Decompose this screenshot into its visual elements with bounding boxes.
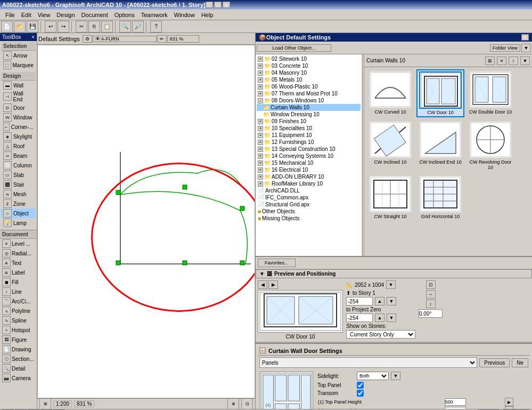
- tree-item-11[interactable]: + 📁 11 Equipment 10: [257, 132, 361, 139]
- next-view-btn[interactable]: ▶: [268, 280, 278, 289]
- elev1-down[interactable]: ▼: [387, 297, 396, 306]
- tree-item-02[interactable]: + 📁 02 Sitework 10: [257, 55, 361, 62]
- expand-06[interactable]: +: [258, 84, 263, 90]
- toolbox-figure[interactable]: 🖼 Figure: [0, 335, 37, 344]
- toolbox-drawing[interactable]: 📄 Drawing: [0, 344, 37, 354]
- toolbox-marquee[interactable]: ⬚ Marquee: [1, 60, 36, 70]
- toolbox-fill[interactable]: ◼ Fill: [0, 277, 37, 287]
- tree-item-window-dressing[interactable]: 📁 Window Dressing 10: [257, 111, 361, 118]
- filter-btn[interactable]: ▼: [520, 57, 530, 65]
- minimize-btn[interactable]: _: [206, 2, 213, 8]
- obj-grid-horizontal[interactable]: Grid Horizontal 10: [416, 174, 464, 221]
- elev2-up[interactable]: ▲: [375, 313, 384, 322]
- open-btn[interactable]: 📂: [14, 21, 26, 33]
- toolbox-slab[interactable]: ▭ Slab: [1, 170, 36, 180]
- previous-btn[interactable]: Previous: [479, 358, 510, 367]
- toolbox-section[interactable]: ⬡ Section...: [0, 354, 37, 364]
- top-panel-checkbox[interactable]: [357, 382, 364, 389]
- elevation1-input[interactable]: -254: [346, 297, 373, 306]
- menu-file[interactable]: File: [2, 10, 18, 20]
- obj-cw-straight[interactable]: CW Straight 10: [366, 174, 414, 221]
- tree-item-04[interactable]: + 📁 04 Masonry 10: [257, 69, 361, 76]
- browser-close-btn[interactable]: ×: [521, 34, 529, 41]
- toolbox-arrow[interactable]: ↖ Arrow: [1, 51, 36, 60]
- tree-item-roof[interactable]: + 📁 RoofMaker Library 10: [257, 180, 361, 187]
- tree-item-14[interactable]: + 📁 14 Conveying Systems 10: [257, 152, 361, 159]
- toolbox-wall-end[interactable]: ⊣ Wall End: [1, 90, 36, 103]
- prev-view-btn[interactable]: ◀: [258, 280, 267, 289]
- favorites-btn[interactable]: Favorites...: [258, 259, 296, 267]
- obj-cw-door[interactable]: CW Door 10: [416, 69, 464, 117]
- tree-item-addon[interactable]: + 📁 ADD-ON LIBRARY 10: [257, 173, 361, 180]
- anchor-topleft[interactable]: ⊡: [426, 280, 436, 289]
- toolbox-stair[interactable]: ⬛ Stair: [1, 180, 36, 189]
- obj-cw-inclined[interactable]: CW Inclined 10: [366, 119, 414, 172]
- help-btn[interactable]: ?: [150, 21, 162, 33]
- menu-edit[interactable]: Edit: [18, 10, 35, 20]
- angle-input[interactable]: [419, 309, 443, 318]
- redo-btn[interactable]: ↪: [58, 21, 69, 33]
- save-btn[interactable]: 💾: [27, 21, 38, 33]
- tree-item-ifc[interactable]: 📄 IFC_Common.apx: [257, 194, 361, 201]
- toolbox-arc[interactable]: ⌒ Arc/Ci...: [0, 296, 37, 306]
- th-expand[interactable]: ▶: [505, 406, 513, 409]
- toolbox-text[interactable]: A Text: [0, 258, 37, 268]
- load-other-btn[interactable]: Load Other Object...: [257, 44, 331, 52]
- transom-height-input[interactable]: [445, 407, 466, 409]
- toolbox-camera[interactable]: 📷 Camera: [0, 373, 37, 383]
- toolbox-column[interactable]: ⬜ Column: [1, 160, 36, 170]
- folder-view-btn[interactable]: Folder View: [490, 44, 520, 52]
- expand-03[interactable]: +: [258, 63, 263, 69]
- tree-item-other[interactable]: ■ Other Objects: [257, 208, 361, 215]
- view-toggle-btn[interactable]: ▼: [521, 44, 531, 52]
- sidelight-select[interactable]: Both Left Right None: [357, 372, 389, 380]
- dimensions-btn[interactable]: ▼: [386, 280, 396, 289]
- maximize-btn[interactable]: □: [214, 2, 222, 8]
- obj-cw-inclined-end[interactable]: CW Inclined End 10: [416, 119, 464, 172]
- toolbox-hotspot[interactable]: + Hotspot: [0, 325, 37, 335]
- toolbox-line[interactable]: / Line: [0, 287, 37, 296]
- tree-item-missing[interactable]: ■ Missing Objects: [257, 215, 361, 222]
- toolbox-object[interactable]: ○ Object: [1, 208, 36, 218]
- tree-item-16[interactable]: + 📁 16 Electrical 10: [257, 166, 361, 173]
- tree-item-structural[interactable]: 📄 Structural Grid.apx: [257, 201, 361, 208]
- toolbox-level[interactable]: ≡ Level ...: [0, 239, 37, 248]
- paste-btn[interactable]: 📋: [101, 21, 113, 33]
- tree-item-07[interactable]: + 📁 07 Therm and Moist Prot 10: [257, 90, 361, 97]
- undo-btn[interactable]: ↩: [45, 21, 56, 33]
- toolbox-polyline[interactable]: ⌅ Polyline: [0, 306, 37, 316]
- cut-btn[interactable]: ✂: [76, 21, 87, 33]
- expand-02[interactable]: +: [258, 57, 263, 62]
- toolbox-mesh[interactable]: ⩀ Mesh: [1, 189, 36, 199]
- tree-item-09[interactable]: + 📁 09 Finishes 10: [257, 118, 361, 125]
- panels-select[interactable]: Panels: [259, 357, 477, 368]
- grid-view-btn[interactable]: ⊞: [485, 57, 495, 65]
- obj-cw-double-door[interactable]: CW Double Door 10: [466, 69, 514, 117]
- expand-08[interactable]: -: [258, 98, 263, 103]
- list-view-btn[interactable]: ≡: [497, 57, 506, 65]
- transom-checkbox[interactable]: [357, 390, 364, 397]
- stories-select[interactable]: Current Story Only All Stories: [346, 330, 415, 339]
- menu-teamwork[interactable]: Teamwork: [138, 10, 171, 20]
- menu-document[interactable]: Document: [78, 10, 111, 20]
- toolbox-radial[interactable]: ◎ Radial...: [0, 248, 37, 258]
- toolbox-skylight[interactable]: ◈ Skylight: [1, 132, 36, 141]
- menu-view[interactable]: View: [35, 10, 54, 20]
- tree-item-curtain-walls[interactable]: 📁 Curtain Walls 10: [257, 104, 361, 111]
- zoom-display[interactable]: 831 %: [167, 35, 199, 43]
- toolbox-window[interactable]: W Window: [1, 112, 36, 122]
- settings-icon-btn[interactable]: ⚙: [83, 35, 92, 43]
- tree-item-13[interactable]: + 📁 13 Special Construction 10: [257, 146, 361, 152]
- toolbox-wall[interactable]: ▬ Wall: [1, 81, 36, 90]
- menu-window[interactable]: Window: [171, 10, 198, 20]
- toolbox-label[interactable]: Aᵢ Label: [0, 268, 37, 277]
- obj-cw-curved[interactable]: CW Curved 10: [366, 69, 414, 117]
- elevation2-input[interactable]: -254: [346, 313, 373, 322]
- toolbox-corner[interactable]: ⌐ Corner-...: [1, 122, 36, 132]
- tree-item-06[interactable]: + 📁 06 Wood-Plastic 10: [257, 83, 361, 90]
- toolbox-detail[interactable]: 🔍 Detail: [0, 364, 37, 373]
- menu-options[interactable]: Options: [111, 10, 138, 20]
- tree-item-10[interactable]: + 📁 10 Specialties 10: [257, 125, 361, 132]
- preview-section-header[interactable]: ▼ 🖼 Preview and Positioning: [256, 269, 532, 278]
- obj-cw-revolving[interactable]: CW Revolving Door 10: [466, 119, 514, 172]
